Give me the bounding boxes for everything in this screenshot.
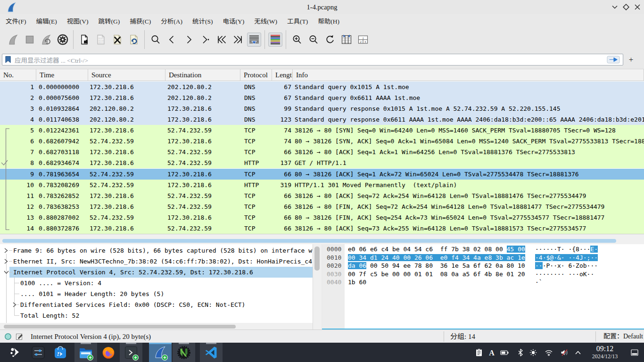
packet-row-8[interactable]: 80.682934674172.30.218.652.74.232.59HTTP… bbox=[0, 157, 644, 168]
details-hscrollbar-thumb[interactable] bbox=[4, 325, 236, 329]
tray-volume-muted-icon[interactable] bbox=[560, 348, 569, 357]
hex-row[interactable]: 0020da 06 00 50 94 ee 78 80 36 1e 5a 6f … bbox=[322, 262, 644, 270]
zoom-reset-button[interactable] bbox=[324, 34, 336, 45]
column-header-source[interactable]: Source bbox=[88, 69, 165, 81]
taskbar-app-kylin-store[interactable] bbox=[49, 343, 71, 362]
expert-info-icon[interactable] bbox=[4, 333, 12, 340]
taskbar-clock[interactable]: 09:12 2024/12/13 bbox=[586, 344, 624, 361]
packet-row-10[interactable]: 100.78320826952.74.232.59172.30.218.6HTT… bbox=[0, 180, 644, 190]
taskbar-app-vscode[interactable] bbox=[200, 343, 223, 362]
packet-row-13[interactable]: 130.88028700252.74.232.59172.30.218.6TCP… bbox=[0, 212, 644, 223]
detail-row[interactable]: Internet Protocol Version 4, Src: 52.74.… bbox=[9, 267, 313, 278]
goto-packet-button-part bbox=[199, 34, 211, 45]
packet-row-4[interactable]: 40.011740638202.120.80.2172.30.218.6DNS1… bbox=[0, 114, 644, 125]
filter-bookmark-icon[interactable] bbox=[5, 56, 12, 64]
menu-item-telephony[interactable]: 电话(Y) bbox=[218, 15, 249, 27]
details-vscrollbar-thumb[interactable] bbox=[314, 247, 320, 271]
display-filter-input[interactable]: 应用显示过滤器 ... <Ctrl-/> bbox=[2, 54, 623, 66]
detail-row[interactable]: Frame 9: 66 bytes on wire (528 bits), 66… bbox=[0, 245, 313, 256]
hex-bytes-part: 1b 60 bbox=[348, 279, 366, 286]
packet-row-2[interactable]: 20.000075600172.30.218.6202.120.80.2DNS6… bbox=[0, 92, 644, 103]
colorize-button[interactable] bbox=[268, 33, 282, 47]
goto-packet-button[interactable] bbox=[199, 34, 211, 45]
menu-item-view[interactable]: 视图(V) bbox=[62, 15, 93, 27]
open-file-button[interactable] bbox=[79, 34, 90, 45]
column-header-info[interactable]: Info bbox=[293, 69, 644, 81]
tray-input-method-a-icon[interactable]: A bbox=[487, 348, 496, 357]
packet-list-hscrollbar[interactable] bbox=[0, 234, 644, 244]
packet-row-12[interactable]: 120.783638253172.30.218.652.74.232.59TCP… bbox=[0, 201, 644, 212]
zoom-out-button[interactable] bbox=[308, 34, 319, 45]
hex-row[interactable]: 0000e0 06 e6 c4 be 04 54 c6 ff 7b 38 02 … bbox=[322, 245, 644, 254]
hex-row[interactable]: 003000 7f c5 be 00 00 01 01 08 0a a5 6f … bbox=[322, 270, 644, 279]
menu-item-tools[interactable]: 工具(T) bbox=[282, 15, 313, 27]
hex-row[interactable]: 00401b 60·` bbox=[322, 278, 644, 287]
taskbar-app-firefox[interactable] bbox=[97, 343, 120, 362]
zoom-in-button[interactable] bbox=[291, 34, 303, 45]
packet-row-14[interactable]: 140.880372876172.30.218.652.74.232.59TCP… bbox=[0, 223, 644, 234]
tray-brightness-icon[interactable] bbox=[529, 348, 537, 357]
reload-file-button[interactable] bbox=[128, 34, 140, 45]
detail-row[interactable]: Total Length: 52 bbox=[0, 310, 313, 321]
close-button[interactable] bbox=[634, 3, 641, 11]
packet-row-11[interactable]: 110.783262852172.30.218.652.74.232.59TCP… bbox=[0, 190, 644, 201]
next-packet-button[interactable] bbox=[183, 34, 194, 45]
column-header-time[interactable]: Time bbox=[36, 69, 88, 81]
detail-row[interactable]: Ethernet II, Src: NewH3CTechno_7b:38:02 … bbox=[0, 256, 313, 267]
packet-row-3[interactable]: 30.010932864202.120.80.2172.30.218.6DNS9… bbox=[0, 103, 644, 114]
column-header-destination[interactable]: Destination bbox=[165, 69, 240, 81]
packet-list-hscrollbar-thumb[interactable] bbox=[2, 239, 616, 243]
menu-item-edit[interactable]: 编辑(E) bbox=[32, 15, 62, 27]
tray-clipboard-icon[interactable] bbox=[475, 348, 483, 357]
detail-row[interactable]: 0100 .... = Version: 4 bbox=[0, 278, 313, 288]
status-profile[interactable]: 配置：Default bbox=[603, 330, 643, 343]
taskbar-app-kylin-launcher[interactable] bbox=[5, 343, 27, 362]
packet-row-1[interactable]: 10.000000000172.30.218.6202.120.80.2DNS6… bbox=[0, 82, 644, 92]
clock-time: 09:12 bbox=[586, 344, 624, 353]
taskbar-app-file-manager[interactable] bbox=[74, 343, 97, 362]
filter-add-button[interactable]: + bbox=[625, 54, 637, 66]
last-packet-button[interactable] bbox=[232, 34, 244, 45]
packet-row-9[interactable]: 90.78196365452.74.232.59172.30.218.6TCP6… bbox=[0, 169, 644, 180]
find-packet-button[interactable] bbox=[150, 34, 161, 45]
taskbar-app-neovim[interactable] bbox=[173, 343, 195, 362]
resize-columns-button[interactable] bbox=[341, 34, 352, 45]
packet-row-5[interactable]: 50.012242361172.30.218.652.74.232.59TCP7… bbox=[0, 125, 644, 136]
menu-item-analyze[interactable]: 分析(A) bbox=[156, 15, 187, 27]
packet-cell-dst: 52.74.232.59 bbox=[167, 125, 212, 136]
first-packet-button[interactable] bbox=[216, 34, 227, 45]
prev-packet-button[interactable] bbox=[166, 34, 178, 45]
menu-item-file[interactable]: 文件(F) bbox=[1, 15, 31, 27]
tray-battery-icon[interactable] bbox=[500, 348, 509, 357]
minimize-button[interactable] bbox=[611, 3, 619, 11]
packet-row-6[interactable]: 60.68260794252.74.232.59172.30.218.6TCP7… bbox=[0, 136, 644, 147]
maximize-button[interactable] bbox=[622, 3, 630, 11]
tray-chevron-up-icon[interactable] bbox=[574, 348, 582, 357]
close-file-button[interactable] bbox=[112, 34, 123, 45]
tray-wifi-icon[interactable] bbox=[545, 348, 553, 357]
capture-options-button[interactable] bbox=[57, 34, 68, 45]
layout-123-button[interactable]: 123 bbox=[357, 34, 369, 45]
auto-scroll-button[interactable] bbox=[247, 33, 261, 47]
taskbar-app-kylin-settings[interactable] bbox=[27, 343, 49, 362]
tray-bluetooth-icon[interactable] bbox=[516, 348, 525, 357]
column-header-protocol[interactable]: Protocol bbox=[240, 69, 272, 81]
filter-apply-icon[interactable] bbox=[607, 56, 620, 64]
detail-row[interactable]: .... 0101 = Header Length: 20 bytes (5) bbox=[0, 288, 313, 299]
show-desktop-button[interactable] bbox=[630, 348, 639, 357]
column-header-length[interactable]: Length bbox=[272, 69, 293, 81]
detail-row[interactable]: Differentiated Services Field: 0x00 (DSC… bbox=[0, 299, 313, 310]
menu-item-statistics[interactable]: 统计(S) bbox=[188, 15, 218, 27]
taskbar-app-terminal[interactable] bbox=[120, 343, 142, 362]
hex-row[interactable]: 001000 34 d1 24 40 00 26 06 e0 f4 34 4a … bbox=[322, 254, 644, 262]
taskbar-app-wireshark[interactable] bbox=[149, 343, 172, 362]
menu-item-go[interactable]: 跳转(G) bbox=[94, 15, 125, 27]
menu-item-capture[interactable]: 捕获(C) bbox=[125, 15, 156, 27]
tray-battery-icon-part-part bbox=[508, 352, 509, 354]
menu-item-help[interactable]: 帮助(H) bbox=[313, 15, 344, 27]
packet-row-7[interactable]: 70.682703118172.30.218.652.74.232.59TCP6… bbox=[0, 147, 644, 157]
menu-item-wireless[interactable]: 无线(W) bbox=[249, 15, 282, 27]
capture-comment-icon[interactable] bbox=[16, 333, 23, 340]
column-header-no[interactable]: No. bbox=[0, 69, 36, 81]
kylin-store-icon-part bbox=[53, 346, 67, 360]
